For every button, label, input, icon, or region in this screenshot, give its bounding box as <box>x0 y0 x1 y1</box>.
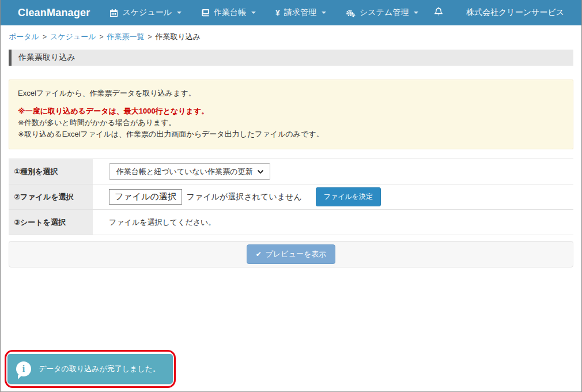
file-status-text: ファイルが選択されていません <box>187 192 302 202</box>
form-label-file: ②ファイルを選択 <box>9 184 93 209</box>
form-row-type: ①種別を選択 作業台帳と紐づいていない作業票の更新 <box>9 159 573 184</box>
form-label-sheet: ③シートを選択 <box>9 210 93 235</box>
sheet-hint-text: ファイルを選択してください。 <box>109 217 216 228</box>
nav-item-schedule[interactable]: スケジュール <box>109 7 182 18</box>
chevron-down-icon <box>322 12 326 14</box>
notice-warning: ※一度に取り込めるデータは、最大1000行となります。 <box>18 105 564 117</box>
chevron-down-icon <box>257 167 264 176</box>
breadcrumb-separator: > <box>43 33 47 41</box>
book-icon <box>201 9 210 17</box>
check-icon: ✔ <box>256 250 262 258</box>
form-row-file: ②ファイルを選択 ファイルの選択 ファイルが選択されていません ファイルを決定 <box>9 184 573 210</box>
import-form: ①種別を選択 作業台帳と紐づいていない作業票の更新 ②ファイルを選択 ファイルの… <box>9 159 573 235</box>
top-navbar: CleanManager スケジュール 作業台帳 ¥ 請求管理 システム管 <box>1 0 581 25</box>
notifications-button[interactable] <box>434 7 443 19</box>
calendar-icon <box>109 9 118 17</box>
form-row-sheet: ③シートを選択 ファイルを選択してください。 <box>9 210 573 235</box>
notice-box: Excelファイルから、作業票データを取り込みます。 ※一度に取り込めるデータは… <box>9 80 573 149</box>
nav-item-work-ledger[interactable]: 作業台帳 <box>201 7 256 18</box>
preview-button-label: プレビューを表示 <box>266 249 327 259</box>
preview-action-bar: ✔ プレビューを表示 <box>9 241 573 267</box>
info-icon: i <box>16 361 31 376</box>
type-select-value: 作業台帳と紐づいていない作業票の更新 <box>116 167 257 177</box>
file-choose-button[interactable]: ファイルの選択 <box>109 189 182 205</box>
notice-note: ※取り込めるExcelファイルは、作業票の出力画面からデータ出力したファイルのみ… <box>18 129 564 140</box>
chevron-down-icon <box>251 12 256 14</box>
nav-item-label: スケジュール <box>122 7 172 18</box>
page-title: 作業票取り込み <box>9 50 573 66</box>
preview-button[interactable]: ✔ プレビューを表示 <box>247 244 336 264</box>
nav-item-label: システム管理 <box>360 7 409 18</box>
company-name: 株式会社クリーンサービス <box>466 7 564 18</box>
notice-intro: Excelファイルから、作業票データを取り込みます。 <box>18 88 564 99</box>
breadcrumb-link-worksheet-list[interactable]: 作業票一覧 <box>107 32 144 42</box>
nav-item-label: 作業台帳 <box>214 7 246 18</box>
notice-note: ※件数が多いと時間がかかる場合があります。 <box>18 117 564 129</box>
breadcrumb-link-schedule[interactable]: スケジュール <box>50 32 96 42</box>
nav-item-system-admin[interactable]: システム管理 <box>346 7 418 18</box>
breadcrumb: ポータル > スケジュール > 作業票一覧 > 作業取り込み <box>1 25 581 42</box>
bell-icon <box>434 7 443 19</box>
breadcrumb-link-portal[interactable]: ポータル <box>9 32 39 42</box>
nav-item-billing[interactable]: ¥ 請求管理 <box>275 7 326 18</box>
brand-logo[interactable]: CleanManager <box>18 7 90 19</box>
type-select[interactable]: 作業台帳と紐づいていない作業票の更新 <box>109 163 270 180</box>
toast-notification: i データの取り込みが完了しました。 <box>7 354 173 384</box>
nav-item-label: 請求管理 <box>284 7 316 18</box>
chevron-down-icon <box>177 12 182 14</box>
navbar-right: 株式会社クリーンサービス <box>434 7 564 19</box>
breadcrumb-separator: > <box>99 33 103 41</box>
form-label-type: ①種別を選択 <box>9 159 93 184</box>
chevron-down-icon <box>414 12 418 14</box>
yen-icon: ¥ <box>275 8 280 17</box>
gears-icon <box>346 9 356 17</box>
toast-message: データの取り込みが完了しました。 <box>39 364 160 374</box>
file-confirm-button[interactable]: ファイルを決定 <box>316 187 381 206</box>
breadcrumb-current: 作業取り込み <box>156 32 201 42</box>
breadcrumb-separator: > <box>148 33 152 41</box>
